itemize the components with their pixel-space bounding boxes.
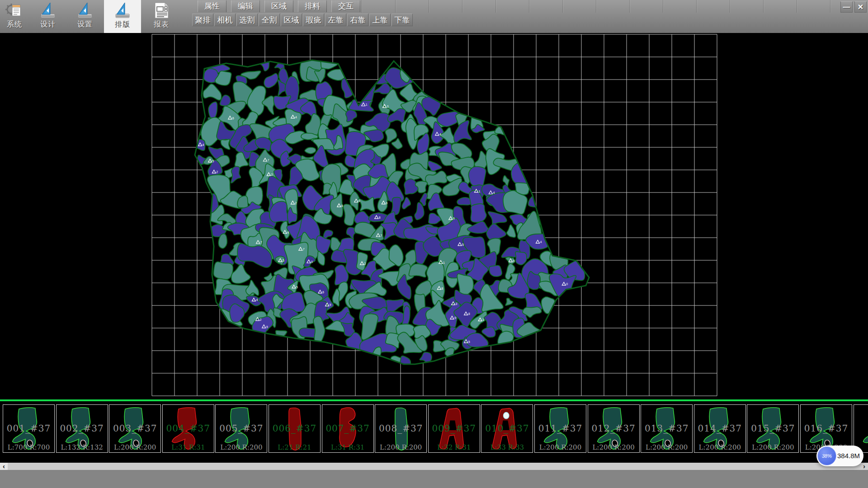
svg-text:6: 6 xyxy=(322,291,324,294)
menu-item-1[interactable]: 属性 xyxy=(198,0,226,12)
piece-thumbnail[interactable]: 012_#37L:200 R:200 xyxy=(588,404,640,453)
piece-thumbnail[interactable]: 005_#37L:200 R:200 xyxy=(215,404,267,453)
piece-shape xyxy=(110,406,160,451)
app-button-1[interactable]: 系统 xyxy=(0,0,29,33)
system-gear-icon xyxy=(5,1,24,19)
svg-text:9: 9 xyxy=(454,316,456,319)
status-badge: 38% 384.8M xyxy=(816,446,863,466)
svg-text:4: 4 xyxy=(256,298,258,301)
piece-thumbnail[interactable]: 001_#37L:700 R:700 xyxy=(3,404,55,453)
menu-item-3[interactable]: 区域 xyxy=(264,0,293,12)
svg-text:2: 2 xyxy=(271,173,273,176)
piece-thumbnail[interactable]: 003_#37L:200 R:200 xyxy=(109,404,161,453)
piece-shape xyxy=(536,406,585,451)
svg-text:5: 5 xyxy=(283,259,284,262)
tool-button-2[interactable]: 相机 xyxy=(214,14,236,26)
tool-button-7[interactable]: 左靠 xyxy=(325,14,346,26)
piece-thumbnail[interactable]: 010_#37L:33 R:33 xyxy=(481,404,533,453)
svg-text:8: 8 xyxy=(379,216,381,219)
app-button-3[interactable]: 设置 xyxy=(67,0,103,33)
design-setsquare-icon xyxy=(38,1,58,19)
nesting-canvas-svg: 1364445722142869894777545021956804932981… xyxy=(0,33,868,399)
svg-text:4: 4 xyxy=(295,116,297,119)
svg-text:1: 1 xyxy=(443,261,445,264)
tool-button-9[interactable]: 上靠 xyxy=(369,14,391,26)
piece-shape xyxy=(695,406,745,451)
piece-thumbnail-strip: 001_#37L:700 R:700002_#37L:132 R:132003_… xyxy=(0,401,868,463)
menu-item-2[interactable]: 编辑 xyxy=(231,0,260,12)
app-button-4[interactable]: 排版 xyxy=(104,0,141,33)
svg-text:2: 2 xyxy=(260,318,262,321)
scroll-left-icon[interactable]: ‹ xyxy=(0,463,8,470)
report-doc-icon xyxy=(151,1,171,19)
nesting-setsquare-icon xyxy=(113,1,132,19)
piece-shape xyxy=(270,406,319,451)
tool-button-5[interactable]: 区域 xyxy=(281,14,302,26)
svg-text:1: 1 xyxy=(482,318,484,321)
tool-button-8[interactable]: 右靠 xyxy=(347,14,368,26)
svg-text:5: 5 xyxy=(212,160,214,163)
window-bottom-band xyxy=(0,470,868,488)
app-button-5[interactable]: 报表 xyxy=(142,0,181,33)
piece-thumbnail[interactable]: 008_#37L:200 R:200 xyxy=(375,404,427,453)
svg-text:0: 0 xyxy=(311,260,313,263)
piece-shape xyxy=(748,406,797,451)
svg-text:0: 0 xyxy=(566,282,568,286)
scroll-right-icon[interactable]: › xyxy=(860,463,868,470)
top-toolbar: 系统设计设置排版报表 属性编辑区域排料交互 聚排相机选割全割区域瑕疵左靠右靠上靠… xyxy=(0,0,868,33)
minimize-button[interactable]: — xyxy=(840,1,853,13)
svg-text:2: 2 xyxy=(295,202,297,205)
piece-shape xyxy=(4,406,53,451)
svg-text:4: 4 xyxy=(540,240,542,244)
menu-item-4[interactable]: 排料 xyxy=(298,0,327,12)
toolbar-separators xyxy=(362,0,835,13)
piece-shape xyxy=(217,406,266,451)
piece-thumbnail[interactable]: 004_#37L:31 R:31 xyxy=(162,404,214,453)
svg-text:9: 9 xyxy=(266,325,268,328)
svg-text:7: 7 xyxy=(303,248,305,251)
tool-button-1[interactable]: 聚排 xyxy=(192,14,213,26)
svg-text:9: 9 xyxy=(513,259,514,263)
piece-shape xyxy=(164,406,213,451)
svg-text:4: 4 xyxy=(439,133,441,136)
svg-text:5: 5 xyxy=(462,243,464,246)
svg-text:3: 3 xyxy=(456,302,458,305)
piece-thumbnail[interactable]: 013_#37L:200 R:200 xyxy=(641,404,693,453)
piece-shape xyxy=(323,406,373,451)
piece-thumbnail[interactable]: 011_#37L:200 R:200 xyxy=(534,404,586,453)
svg-text:6: 6 xyxy=(232,117,234,120)
svg-text:5: 5 xyxy=(468,340,470,343)
tool-button-3[interactable]: 选割 xyxy=(236,14,258,26)
piece-thumbnail[interactable]: 015_#37L:200 R:200 xyxy=(747,404,799,453)
piece-thumbnail[interactable]: 009_#37L:32 R:31 xyxy=(428,404,480,453)
svg-text:7: 7 xyxy=(260,241,262,244)
svg-text:9: 9 xyxy=(386,202,387,205)
svg-text:8: 8 xyxy=(441,287,443,290)
svg-text:2: 2 xyxy=(216,170,218,174)
piece-shape xyxy=(376,406,425,451)
tool-button-6[interactable]: 瑕疵 xyxy=(303,14,324,26)
tool-button-10[interactable]: 下靠 xyxy=(392,14,413,26)
svg-text:7: 7 xyxy=(380,234,382,237)
menu-item-5[interactable]: 交互 xyxy=(331,0,360,12)
piece-shape xyxy=(429,406,479,451)
nesting-canvas[interactable]: 1364445722142869894777545021956804932981… xyxy=(0,33,868,399)
svg-text:9: 9 xyxy=(330,303,331,306)
svg-text:4: 4 xyxy=(287,231,289,234)
piece-thumbnail[interactable]: 006_#37L:21 R:21 xyxy=(269,404,321,453)
svg-text:9: 9 xyxy=(453,217,455,220)
piece-thumbnail[interactable]: 014_#37L:200 R:200 xyxy=(694,404,746,453)
close-button[interactable]: ✕ xyxy=(854,1,867,13)
piece-shape xyxy=(482,406,532,451)
app-button-2[interactable]: 设计 xyxy=(30,0,66,33)
svg-text:8: 8 xyxy=(468,312,470,315)
horizontal-scrollbar[interactable]: ‹ › xyxy=(0,463,868,470)
memory-usage: 384.8M xyxy=(837,446,860,466)
svg-text:1: 1 xyxy=(478,190,480,193)
piece-thumbnail[interactable]: 007_#37L:31 R:31 xyxy=(322,404,374,453)
svg-text:4: 4 xyxy=(493,191,495,194)
app-button-label: 系统 xyxy=(7,20,22,29)
piece-thumbnail[interactable]: 002_#37L:132 R:132 xyxy=(56,404,108,453)
tool-button-4[interactable]: 全割 xyxy=(259,14,280,26)
piece-shape xyxy=(802,406,851,451)
